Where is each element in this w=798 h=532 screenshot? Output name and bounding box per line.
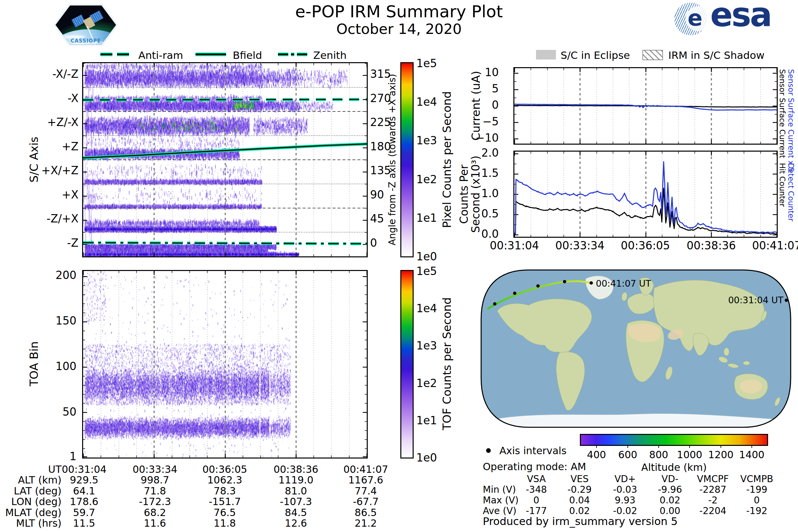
volt-cell: 0.04 — [559, 495, 600, 506]
volt-col: VMCPF — [693, 474, 733, 484]
current-right-label-black: Sensor Surface Current — [778, 69, 787, 158]
pixel-counts-colorbar — [400, 62, 414, 258]
counts-tick: 0.0 — [472, 228, 499, 240]
eph-cell: 00:41:07 — [329, 464, 402, 475]
counts-chart-canvas — [514, 152, 777, 237]
time-tick: 00:36:05 — [609, 240, 682, 252]
current-tick: 5 — [472, 83, 499, 95]
eph-cell: 11.5 — [48, 518, 121, 529]
eph-cell: -151.7 — [188, 496, 261, 507]
volt-cell: -192 — [737, 506, 777, 516]
eph-cell: 929.5 — [48, 475, 121, 486]
volt-cell: -9.96 — [650, 484, 690, 495]
ground-track-map: 00:41:07 UT 00:31:04 UT — [479, 266, 793, 431]
volt-row-label: Max (V) — [483, 495, 519, 506]
bfield-line-sample — [195, 53, 226, 56]
eph-cell: -67.7 — [329, 496, 402, 507]
sc-axis-tick-label: -X/-Z — [26, 69, 78, 80]
counts-tick: 0.5 — [472, 208, 499, 220]
cb2-tick: 1e2 — [416, 378, 437, 390]
patch-label: CASSIOPE — [56, 38, 116, 44]
eph-cell: 1062.3 — [188, 475, 261, 486]
cb2-title: TOF Counts per Second — [441, 297, 453, 430]
current-right-label-blue: Sensor Surface Current x 5 — [787, 69, 795, 172]
cb2-tick: 1e4 — [416, 303, 437, 315]
eph-cell: 998.7 — [118, 475, 191, 486]
volt-cell: 0.02 — [650, 495, 690, 506]
counts-right-label-blue: Detect Counter — [787, 163, 795, 222]
cb1-tick: 1e5 — [416, 58, 437, 70]
toa-tick: 200 — [37, 270, 76, 281]
cb2-tick: 1e0 — [416, 452, 437, 464]
volt-cell: -199 — [737, 484, 777, 495]
current-tick: −10 — [472, 132, 499, 144]
volt-cell: -2204 — [693, 506, 733, 516]
eph-cell: 12.6 — [259, 518, 332, 529]
volt-col: VD+ — [605, 474, 645, 484]
eclipse-legend-label: S/C in Eclipse — [560, 49, 630, 61]
shadow-hatch-swatch — [642, 50, 663, 60]
alt-tick: 1400 — [739, 449, 764, 460]
counts-chart-panel — [513, 151, 778, 238]
orbit-start-time-label: 00:31:04 UT — [728, 295, 784, 305]
orbit-end-time-label: 00:41:07 UT — [596, 278, 651, 289]
volt-cell: 0 — [516, 495, 556, 506]
volt-col: VCMPB — [737, 474, 777, 484]
cb1-tick: 1e0 — [416, 251, 437, 263]
eph-cell: 1119.0 — [259, 475, 332, 486]
axis-intervals-label: Axis intervals — [499, 445, 567, 456]
eph-cell: 00:38:36 — [259, 464, 332, 475]
orbit-interval-dot — [493, 302, 496, 306]
sc-axis-spectrogram-canvas — [83, 63, 367, 256]
counts-tick: 2.0 — [472, 147, 499, 159]
volt-cell: -2287 — [693, 484, 733, 495]
current-chart-panel — [513, 67, 778, 145]
shadow-legend-label: IRM in S/C Shadow — [668, 49, 764, 61]
orbit-interval-dot — [513, 291, 516, 295]
counts-right-label-black: Hit Counter — [778, 163, 787, 207]
sc-axis-tick-label: -Z — [26, 238, 78, 249]
alt-tick: 600 — [618, 449, 637, 460]
time-tick: 00:33:34 — [543, 240, 616, 252]
bfield-legend-label: Bfield — [233, 49, 262, 61]
sc-axis-tick-label: +Z — [26, 141, 78, 153]
angle-tick-label: 45 — [370, 213, 384, 225]
volt-cell: -0.03 — [605, 484, 645, 495]
altitude-colorbar — [580, 434, 768, 446]
eph-cell: 76.5 — [188, 507, 261, 518]
volt-cell: 0 — [737, 495, 777, 506]
alt-tick: 1000 — [677, 449, 702, 460]
eph-cell: 00:31:04 — [48, 464, 121, 475]
toa-tick: 150 — [37, 315, 76, 327]
cb2-tick: 1e5 — [416, 266, 437, 277]
eph-cell: 11.6 — [118, 518, 191, 529]
current-tick: 0 — [472, 99, 499, 111]
volt-col: VD- — [650, 474, 690, 484]
eph-cell: 64.1 — [48, 486, 121, 496]
time-tick: 00:38:36 — [674, 240, 748, 252]
toa-tick: 100 — [37, 361, 76, 373]
operating-mode-label: Operating mode: AM — [483, 461, 586, 472]
volt-col: VES — [559, 474, 600, 484]
time-tick: 00:31:04 — [478, 240, 551, 252]
cb1-title: Pixel Counts per Second — [441, 91, 453, 228]
cb1-tick: 1e3 — [416, 135, 437, 147]
cb1-tick: 1e2 — [416, 174, 437, 186]
antiram-legend-label: Anti-ram — [138, 49, 183, 61]
esa-logo: esa — [710, 0, 771, 34]
toa-spectrogram-panel — [82, 270, 368, 458]
eph-cell: 11.8 — [188, 518, 261, 529]
epop-irm-summary-plot: CASSIOPE e-POP IRM Summary Plot October … — [0, 0, 798, 532]
toa-tick: 1 — [37, 451, 76, 462]
eph-cell: 59.7 — [48, 507, 121, 518]
alt-tick: 1200 — [708, 449, 734, 460]
cb2-tick: 1e1 — [416, 415, 437, 426]
counts-tick: 1.5 — [472, 168, 499, 179]
alt-tick: 400 — [587, 449, 606, 460]
volt-cell: -0.29 — [559, 484, 600, 495]
world-map-svg: 00:41:07 UT 00:31:04 UT — [479, 266, 793, 431]
eph-cell: 84.5 — [259, 507, 332, 518]
time-tick: 00:41:07 — [740, 240, 798, 252]
sc-axis-tick-label: +X/+Z — [26, 165, 78, 176]
toa-spectrogram-canvas — [83, 271, 367, 457]
